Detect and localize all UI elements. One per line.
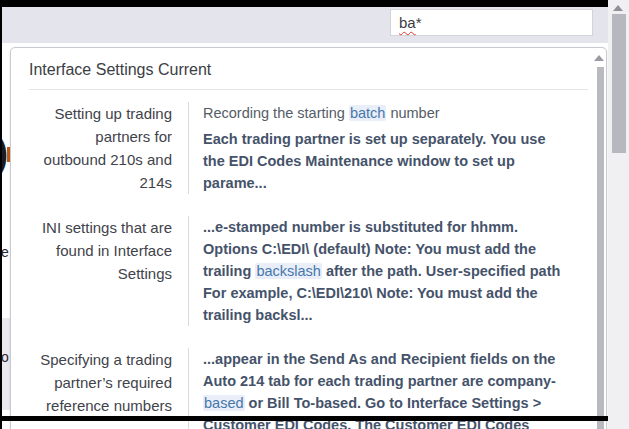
window-scrollbar-thumb[interactable] [612, 14, 626, 153]
window-scroll-up-icon[interactable] [613, 5, 623, 11]
search-term-highlight: based [203, 395, 245, 411]
search-term-highlight: batch [349, 105, 386, 121]
result-body: ...e-stamped number is substituted for h… [189, 216, 567, 326]
result-snippet: ...e-stamped number is substituted for h… [203, 216, 567, 326]
results-panel-title: Interface Settings Current [11, 48, 606, 89]
search-results-panel: Interface Settings Current Setting up tr… [10, 47, 607, 429]
window-scrollbar[interactable] [608, 0, 629, 429]
result-topic-title[interactable]: Setting up trading partners for outbound… [29, 102, 189, 194]
search-wildcard-text: * [416, 14, 422, 31]
search-result-row[interactable]: Setting up trading partners for outbound… [11, 102, 606, 194]
app-window: ba* ) e o Interface Settings Current Set… [0, 0, 629, 429]
background-text-fragment: e [1, 244, 9, 260]
search-result-row[interactable]: INI settings that are found in Interface… [11, 216, 606, 326]
panel-scroll-up-icon[interactable] [594, 55, 604, 61]
result-body: Recording the starting batch numberEach … [189, 102, 567, 194]
toolbar: ba* [2, 7, 608, 43]
search-input[interactable]: ba* [390, 9, 593, 36]
result-snippet: Each trading partner is set up separatel… [203, 128, 567, 194]
search-term-highlight: backslash [255, 263, 321, 279]
background-text-fragment: o [1, 349, 9, 365]
result-subtopic-link[interactable]: Recording the starting batch number [203, 102, 567, 124]
search-query-text: ba [399, 14, 416, 31]
result-topic-title[interactable]: INI settings that are found in Interface… [29, 216, 189, 326]
panel-scrollbar-thumb[interactable] [597, 67, 604, 429]
results-list: Setting up trading partners for outbound… [11, 90, 606, 429]
window-border-top [0, 0, 608, 7]
window-border-left [0, 0, 2, 429]
window-border-bottom [0, 416, 608, 421]
